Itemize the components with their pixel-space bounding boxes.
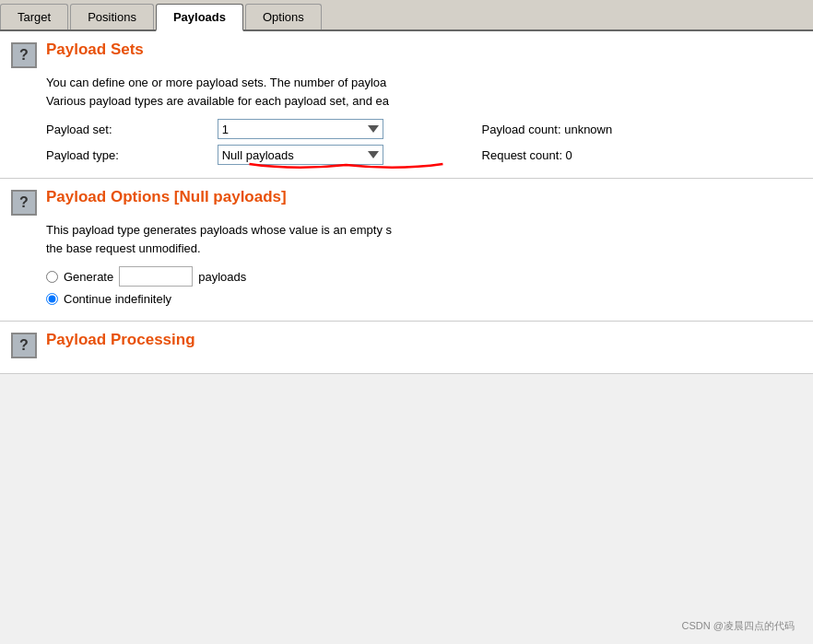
payload-sets-desc: You can define one or more payload sets.… <box>46 74 802 110</box>
payload-sets-header: ? Payload Sets <box>11 41 802 68</box>
payload-sets-desc-line1: You can define one or more payload sets.… <box>46 74 802 92</box>
tab-options[interactable]: Options <box>245 4 322 29</box>
payload-count-info: Payload count: unknown <box>482 123 704 136</box>
generate-count-input[interactable] <box>119 266 193 287</box>
payload-options-desc-line2: the base request unmodified. <box>46 240 802 258</box>
tab-bar: Target Positions Payloads Options <box>0 0 813 31</box>
payload-options-desc-line1: This payload type generates payloads who… <box>46 221 802 240</box>
continue-radio[interactable] <box>46 293 58 305</box>
payload-set-select-wrapper: 1 <box>218 119 475 139</box>
payload-type-select[interactable]: Null payloads Simple list Runtime file C… <box>218 145 383 165</box>
request-count-info: Request count: 0 <box>482 148 704 162</box>
payload-type-label: Payload type: <box>46 148 210 162</box>
payload-set-select[interactable]: 1 <box>218 119 383 139</box>
generate-radio-row: Generate payloads <box>46 266 802 287</box>
payload-processing-title: Payload Processing <box>46 331 195 349</box>
payload-processing-section: ? Payload Processing <box>0 322 813 374</box>
payload-options-title: Payload Options [Null payloads] <box>46 188 287 206</box>
tab-positions[interactable]: Positions <box>70 4 154 29</box>
payload-sets-form: Payload set: 1 Payload count: unknown Pa… <box>46 119 802 165</box>
continue-label: Continue indefinitely <box>64 292 171 306</box>
payload-options-help-icon[interactable]: ? <box>11 190 37 216</box>
payload-processing-header: ? Payload Processing <box>11 331 802 358</box>
null-payload-options: Generate payloads Continue indefinitely <box>46 266 802 306</box>
payload-options-section: ? Payload Options [Null payloads] This p… <box>0 179 813 322</box>
payload-sets-desc-line2: Various payload types are available for … <box>46 92 802 111</box>
payload-processing-help-icon[interactable]: ? <box>11 333 37 358</box>
tab-payloads[interactable]: Payloads <box>156 4 243 31</box>
payload-options-desc: This payload type generates payloads who… <box>46 221 802 257</box>
payload-set-label: Payload set: <box>46 123 210 136</box>
payload-sets-section: ? Payload Sets You can define one or mor… <box>0 31 813 179</box>
continue-radio-row: Continue indefinitely <box>46 292 802 306</box>
main-content: ? Payload Sets You can define one or mor… <box>0 31 813 374</box>
payload-type-select-wrapper: Null payloads Simple list Runtime file C… <box>218 145 475 165</box>
tab-target[interactable]: Target <box>0 4 68 29</box>
payload-options-header: ? Payload Options [Null payloads] <box>11 188 802 216</box>
payloads-suffix: payloads <box>198 270 246 284</box>
generate-radio[interactable] <box>46 271 58 283</box>
payload-sets-title: Payload Sets <box>46 41 144 59</box>
generate-label: Generate <box>64 270 113 284</box>
payload-sets-help-icon[interactable]: ? <box>11 42 37 68</box>
